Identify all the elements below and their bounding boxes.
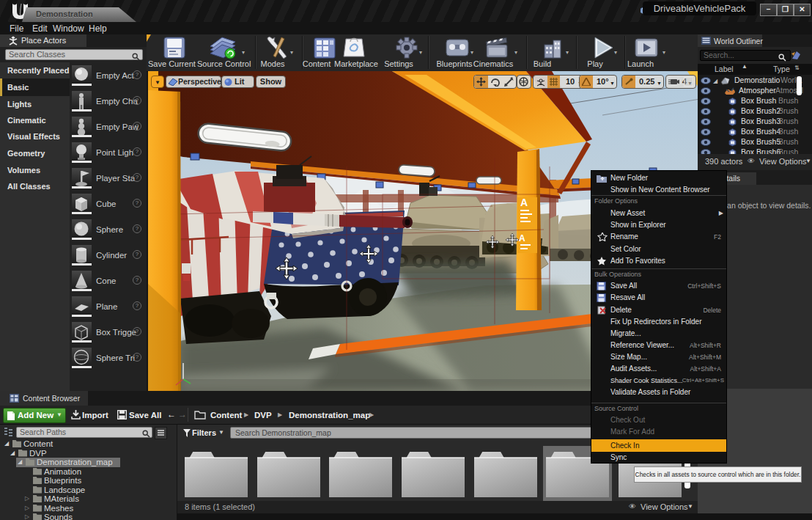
svg-text:A: A: [519, 233, 525, 243]
svg-text:A: A: [520, 197, 528, 208]
